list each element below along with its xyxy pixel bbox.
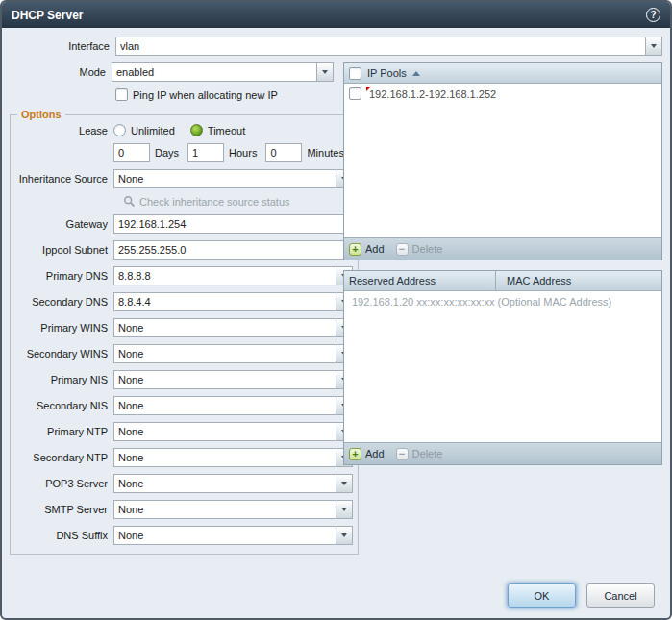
mode-dropdown-trigger[interactable] [316, 63, 333, 81]
help-icon[interactable]: ? [646, 8, 660, 22]
pop3-server-row: POP3 Server [15, 474, 353, 493]
primary-wins-input[interactable] [114, 319, 336, 336]
ip-pools-add-button[interactable]: + Add [349, 243, 385, 256]
sort-ascending-icon [412, 71, 420, 76]
smtp-server-combo [113, 500, 353, 519]
smtp-server-label: SMTP Server [15, 504, 108, 515]
dialog-buttons: OK Cancel [508, 583, 655, 608]
primary-ntp-row: Primary NTP [15, 422, 353, 441]
ping-label: Ping IP when allocating new IP [133, 89, 278, 101]
delete-icon: − [396, 448, 409, 460]
dns-suffix-label: DNS Suffix [15, 530, 108, 541]
lease-timeout-label: Timeout [208, 125, 245, 136]
search-icon [123, 195, 136, 208]
secondary-wins-row: Secondary WINS [15, 344, 353, 363]
ok-button[interactable]: OK [508, 583, 576, 608]
ip-pools-select-all-checkbox[interactable] [349, 67, 361, 80]
interface-dropdown-trigger[interactable] [645, 37, 661, 55]
primary-ntp-input[interactable] [114, 423, 336, 440]
hours-input[interactable] [187, 143, 224, 162]
minutes-input[interactable] [265, 143, 302, 162]
reserved-delete-button[interactable]: − Delete [396, 448, 443, 460]
ping-checkbox[interactable] [115, 88, 128, 101]
primary-ntp-combo [113, 422, 353, 441]
primary-dns-input[interactable] [114, 267, 336, 285]
reserved-add-button[interactable]: + Add [349, 448, 385, 460]
ip-pools-delete-label: Delete [412, 243, 443, 255]
primary-dns-row: Primary DNS [15, 266, 353, 285]
options-fieldset: Options Lease Unlimited Timeout Days [10, 109, 359, 555]
chevron-down-icon [322, 70, 328, 74]
reserved-address-toolbar: + Add − Delete [344, 442, 661, 464]
dns-suffix-input[interactable] [114, 527, 336, 544]
interface-label: Interface [10, 40, 110, 52]
pop3-server-input[interactable] [114, 475, 336, 492]
dns-suffix-combo [113, 526, 353, 545]
ip-pool-value[interactable]: 192.168.1.2-192.168.1.252 [367, 88, 496, 100]
dhcp-server-dialog: DHCP Server ? Interface Mode [0, 0, 672, 620]
ippool-subnet-label: Ippool Subnet [15, 244, 108, 256]
primary-nis-combo [113, 370, 353, 389]
pop3-server-combo [113, 474, 353, 493]
lease-label: Lease [15, 125, 108, 136]
secondary-ntp-combo [113, 448, 353, 467]
add-icon: + [349, 243, 361, 256]
lease-unlimited-radio[interactable] [113, 124, 126, 136]
chevron-down-icon [341, 508, 347, 511]
ip-pools-delete-button[interactable]: − Delete [396, 243, 443, 256]
secondary-dns-combo [113, 292, 353, 311]
left-column: Mode Ping IP when allocating new IP Opti… [10, 62, 334, 555]
dialog-title: DHCP Server [12, 9, 83, 22]
days-label: Days [155, 147, 179, 159]
secondary-wins-label: Secondary WINS [15, 348, 108, 360]
reserved-address-column-header[interactable]: Reserved Address [344, 271, 496, 290]
dialog-titlebar: DHCP Server ? [2, 2, 670, 28]
ip-pools-header-label: IP Pools [367, 67, 407, 79]
mac-address-column-header[interactable]: MAC Address [502, 271, 576, 290]
ip-pools-toolbar: + Add − Delete [344, 237, 661, 260]
secondary-wins-combo [113, 344, 353, 363]
ippool-subnet-row: Ippool Subnet [15, 240, 353, 260]
secondary-ntp-input[interactable] [114, 449, 336, 466]
secondary-dns-row: Secondary DNS [15, 292, 353, 311]
pop3-server-dropdown-trigger[interactable] [336, 475, 352, 492]
lease-unlimited-label: Unlimited [131, 125, 175, 136]
smtp-server-row: SMTP Server [15, 500, 353, 519]
primary-nis-input[interactable] [114, 371, 336, 388]
ip-pool-row-checkbox[interactable] [349, 87, 361, 100]
ip-pools-panel: IP Pools 192.168.1.2-192.168.1.252 + Add [343, 62, 662, 260]
primary-wins-row: Primary WINS [15, 318, 353, 337]
secondary-dns-input[interactable] [114, 293, 336, 310]
inheritance-source-input[interactable] [114, 170, 336, 187]
pop3-server-label: POP3 Server [15, 478, 108, 489]
mode-input[interactable] [112, 63, 316, 81]
minutes-label: Minutes [307, 147, 344, 159]
secondary-dns-label: Secondary DNS [15, 296, 108, 308]
lease-radio-group: Unlimited Timeout [113, 124, 261, 136]
secondary-nis-input[interactable] [114, 397, 336, 414]
ippool-subnet-input[interactable] [113, 240, 344, 260]
dns-suffix-dropdown-trigger[interactable] [336, 527, 352, 544]
reserved-address-body: 192.168.1.20 xx:xx:xx:xx:xx:xx (Optional… [344, 291, 661, 442]
interface-row: Interface [10, 37, 662, 56]
lease-timeout-radio[interactable] [190, 124, 203, 136]
gateway-input[interactable] [113, 214, 344, 234]
cancel-button[interactable]: Cancel [586, 583, 655, 608]
primary-wins-combo [113, 318, 353, 337]
hours-label: Hours [229, 147, 257, 159]
primary-dns-combo [113, 266, 353, 285]
smtp-server-input[interactable] [114, 501, 336, 518]
secondary-wins-input[interactable] [114, 345, 336, 362]
timeout-row: Days Hours Minutes [113, 143, 353, 162]
smtp-server-dropdown-trigger[interactable] [336, 501, 352, 518]
interface-input[interactable] [116, 37, 645, 55]
reserved-address-placeholder-row[interactable]: 192.168.1.20 xx:xx:xx:xx:xx:xx (Optional… [344, 291, 661, 312]
days-input[interactable] [113, 143, 150, 162]
reserved-address-panel: Reserved Address MAC Address 192.168.1.2… [343, 270, 662, 465]
delete-icon: − [396, 243, 409, 256]
ip-pools-header[interactable]: IP Pools [344, 63, 661, 84]
dialog-columns: Mode Ping IP when allocating new IP Opti… [10, 62, 662, 555]
ip-pool-row[interactable]: 192.168.1.2-192.168.1.252 [344, 84, 661, 104]
secondary-nis-row: Secondary NIS [15, 396, 353, 415]
check-inheritance-status-link[interactable]: Check inheritance source status [123, 195, 353, 208]
